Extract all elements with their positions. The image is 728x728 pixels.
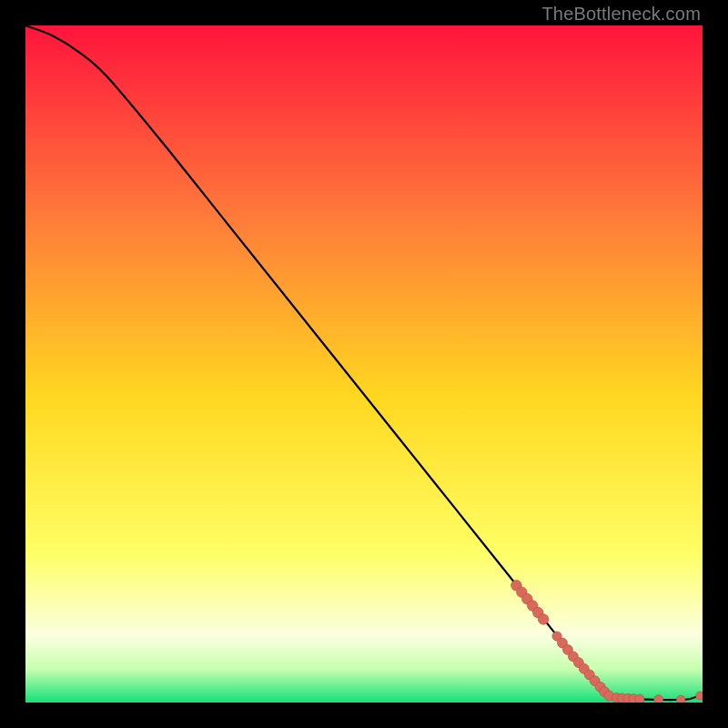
watermark-text: TheBottleneck.com: [541, 4, 701, 25]
chart-frame: [25, 25, 703, 703]
gradient-background: [25, 25, 703, 703]
data-marker: [654, 695, 663, 703]
data-marker: [635, 694, 644, 703]
bottleneck-chart: [25, 25, 703, 703]
data-marker: [538, 614, 549, 625]
data-marker: [676, 695, 685, 703]
data-marker: [696, 692, 703, 700]
